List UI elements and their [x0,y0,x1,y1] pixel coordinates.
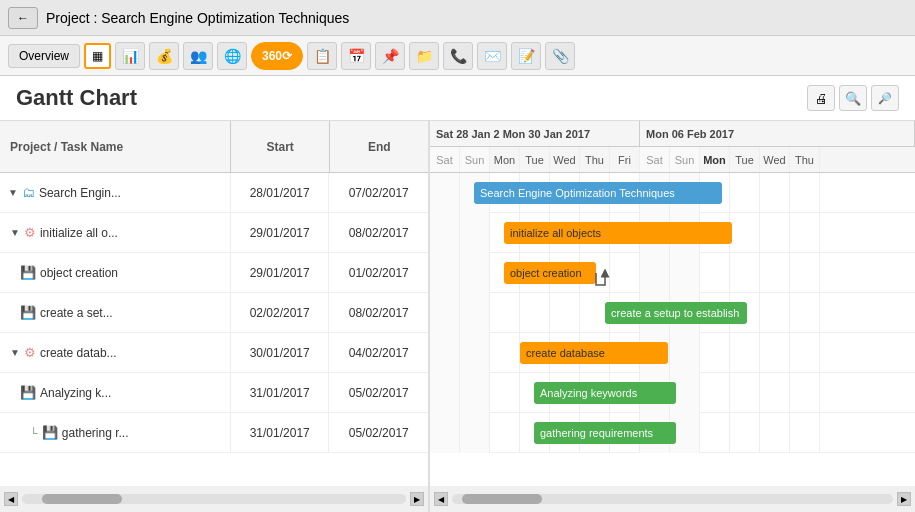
360-button[interactable]: 360⟳ [251,42,303,70]
task-end: 01/02/2017 [329,253,428,293]
day-mon1: Mon [490,147,520,173]
task-name-cell: ▼ 🗂 Search Engin... [0,173,231,213]
gantt-bar-search-engine[interactable]: Search Engine Optimization Techniques [474,182,722,204]
task-label: object creation [40,266,118,280]
bar-label: initialize all objects [510,227,601,239]
day-sat2: Sat [640,147,670,173]
table-row: ▼ 🗂 Search Engin... 28/01/2017 07/02/201… [0,173,428,213]
left-scrollbar: ◀ ▶ [0,486,430,512]
team-icon-btn[interactable]: 👥 [183,42,213,70]
task-icon: 💾 [42,425,58,440]
bar-label: Analyzing keywords [540,387,637,399]
globe-icon-btn[interactable]: 🌐 [217,42,247,70]
table-row: 💾 create a set... 02/02/2017 08/02/2017 [0,293,428,333]
group-icon: ⚙ [24,225,36,240]
back-button[interactable]: ← [8,7,38,29]
left-panel: Project / Task Name Start End ▼ 🗂 Search… [0,121,430,486]
day-thu1: Thu [580,147,610,173]
bar-label: create a setup to establish [611,307,739,319]
gantt-bar-gathering[interactable]: gathering requirements [534,422,676,444]
task-icon: 💾 [20,265,36,280]
col-end-header: End [330,121,428,172]
task-name-cell: └ 💾 gathering r... [0,413,231,453]
print-button[interactable]: 🖨 [807,85,835,111]
project-title: Project : Search Engine Optimization Tec… [46,10,349,26]
table-row: 💾 object creation 29/01/2017 01/02/2017 [0,253,428,293]
right-scroll-track[interactable] [452,494,893,504]
table-row: └ 💾 gathering r... 31/01/2017 05/02/2017 [0,413,428,453]
attach-icon-btn[interactable]: 📎 [545,42,575,70]
task-icon-btn[interactable]: 📊 [115,42,145,70]
task-end: 04/02/2017 [329,333,428,373]
table-header: Project / Task Name Start End [0,121,428,173]
gantt-row-5: Analyzing keywords [430,373,915,413]
email-icon-btn[interactable]: ✉️ [477,42,507,70]
expand-icon[interactable]: ▼ [10,347,20,358]
list-icon-btn[interactable]: 📋 [307,42,337,70]
task-label: initialize all o... [40,226,118,240]
task-start: 28/01/2017 [231,173,330,213]
task-start: 29/01/2017 [231,253,330,293]
gantt-bar-create-db[interactable]: create database [520,342,668,364]
day-sat1: Sat [430,147,460,173]
gantt-scroll-right-btn[interactable]: ▶ [897,492,911,506]
top-bar: ← Project : Search Engine Optimization T… [0,0,915,36]
week-1: Sat 28 Jan 2 Mon 30 Jan 2017 [430,121,640,146]
gantt-bar-object-creation[interactable]: object creation [504,262,596,284]
task-end: 05/02/2017 [329,413,428,453]
gantt-chart-button[interactable]: ▦ [84,43,111,69]
table-row: ▼ ⚙ create datab... 30/01/2017 04/02/201… [0,333,428,373]
zoom-in-button[interactable]: 🔍 [839,85,867,111]
gantt-bar-create-setup[interactable]: create a setup to establish [605,302,747,324]
task-name-cell: ▼ ⚙ create datab... [0,333,231,373]
gantt-row-1: initialize all objects [430,213,915,253]
zoom-out-button[interactable]: 🔎 [871,85,899,111]
gantt-bar-analyzing[interactable]: Analyzing keywords [534,382,676,404]
money-icon-btn[interactable]: 💰 [149,42,179,70]
week-1-label: Sat 28 Jan 2 Mon 30 Jan 2017 [436,128,590,140]
day-tue2: Tue [730,147,760,173]
task-icon: 💾 [20,305,36,320]
task-start: 02/02/2017 [231,293,330,333]
pin-icon-btn[interactable]: 📌 [375,42,405,70]
left-scroll-thumb[interactable] [42,494,122,504]
gantt-bar-init[interactable]: initialize all objects [504,222,732,244]
gantt-row-3: create a setup to establish [430,293,915,333]
day-tue1: Tue [520,147,550,173]
overview-button[interactable]: Overview [8,44,80,68]
task-label: Search Engin... [39,186,121,200]
calendar-icon-btn[interactable]: 📅 [341,42,371,70]
left-scroll-track[interactable] [22,494,406,504]
task-end: 07/02/2017 [329,173,428,213]
task-start: 29/01/2017 [231,213,330,253]
col-task-header: Project / Task Name [0,121,231,172]
right-panel: Sat 28 Jan 2 Mon 30 Jan 2017 Mon 06 Feb … [430,121,915,486]
task-end: 08/02/2017 [329,213,428,253]
task-label: create a set... [40,306,113,320]
expand-icon[interactable]: ▼ [8,187,18,198]
gantt-row-4: create database [430,333,915,373]
phone-icon-btn[interactable]: 📞 [443,42,473,70]
day-sun2: Sun [670,147,700,173]
folder-icon-btn[interactable]: 📁 [409,42,439,70]
bar-label: create database [526,347,605,359]
scroll-left-btn[interactable]: ◀ [4,492,18,506]
bar-label: Search Engine Optimization Techniques [480,187,675,199]
bottom-scrollbar-area: ◀ ▶ ◀ ▶ [0,486,915,512]
folder-icon: 🗂 [22,185,35,200]
task-label: Analyzing k... [40,386,111,400]
gantt-icon: ▦ [92,49,103,63]
col-start-header: Start [231,121,331,172]
gantt-row-6: gathering requirements [430,413,915,453]
expand-icon[interactable]: ▼ [10,227,20,238]
scroll-right-btn[interactable]: ▶ [410,492,424,506]
group-icon: ⚙ [24,345,36,360]
bar-label: gathering requirements [540,427,653,439]
day-wed1: Wed [550,147,580,173]
gantt-scroll-left-btn[interactable]: ◀ [434,492,448,506]
task-name-cell: 💾 object creation [0,253,231,293]
subtask-connector: └ [30,427,38,439]
right-scroll-thumb[interactable] [462,494,542,504]
notes-icon-btn[interactable]: 📝 [511,42,541,70]
task-name-cell: 💾 create a set... [0,293,231,333]
